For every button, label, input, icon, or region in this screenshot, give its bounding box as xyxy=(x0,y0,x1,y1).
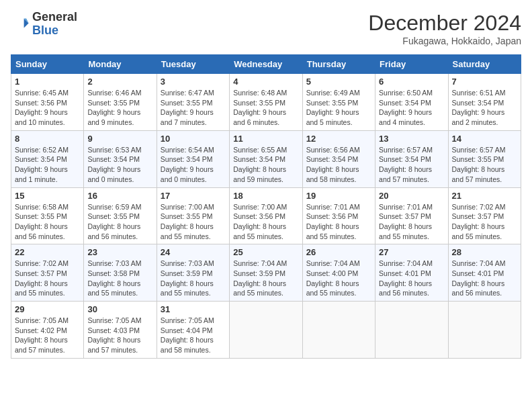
day-number: 23 xyxy=(87,247,152,257)
day-info: Sunrise: 6:50 AM Sunset: 3:54 PM Dayligh… xyxy=(379,88,444,128)
day-info: Sunrise: 6:46 AM Sunset: 3:55 PM Dayligh… xyxy=(87,88,152,128)
calendar-cell xyxy=(302,302,375,359)
calendar-cell: 15Sunrise: 6:58 AM Sunset: 3:55 PM Dayli… xyxy=(11,187,84,244)
calendar-cell: 31Sunrise: 7:05 AM Sunset: 4:04 PM Dayli… xyxy=(157,302,229,359)
day-number: 27 xyxy=(379,247,444,257)
calendar-week-row: 1Sunrise: 6:45 AM Sunset: 3:56 PM Daylig… xyxy=(11,74,521,131)
logo-icon xyxy=(11,15,30,34)
calendar-week-row: 29Sunrise: 7:05 AM Sunset: 4:02 PM Dayli… xyxy=(11,302,521,359)
logo-text: General Blue xyxy=(32,11,77,38)
calendar-cell: 5Sunrise: 6:49 AM Sunset: 3:55 PM Daylig… xyxy=(302,74,375,131)
day-info: Sunrise: 6:54 AM Sunset: 3:54 PM Dayligh… xyxy=(161,145,226,185)
day-info: Sunrise: 6:57 AM Sunset: 3:55 PM Dayligh… xyxy=(452,145,517,185)
calendar-cell: 10Sunrise: 6:54 AM Sunset: 3:54 PM Dayli… xyxy=(157,130,229,187)
day-number: 31 xyxy=(161,304,226,314)
calendar-cell: 21Sunrise: 7:02 AM Sunset: 3:57 PM Dayli… xyxy=(448,187,521,244)
day-number: 22 xyxy=(15,247,80,257)
day-number: 28 xyxy=(452,247,517,257)
day-number: 11 xyxy=(233,134,298,144)
calendar-cell: 30Sunrise: 7:05 AM Sunset: 4:03 PM Dayli… xyxy=(84,302,157,359)
calendar-cell: 4Sunrise: 6:48 AM Sunset: 3:55 PM Daylig… xyxy=(230,74,302,131)
weekday-header: Monday xyxy=(84,55,157,74)
calendar-cell xyxy=(230,302,302,359)
location-subtitle: Fukagawa, Hokkaido, Japan xyxy=(368,36,521,46)
calendar-cell: 29Sunrise: 7:05 AM Sunset: 4:02 PM Dayli… xyxy=(11,302,84,359)
calendar-week-row: 8Sunrise: 6:52 AM Sunset: 3:54 PM Daylig… xyxy=(11,130,521,187)
day-info: Sunrise: 7:05 AM Sunset: 4:03 PM Dayligh… xyxy=(87,316,152,355)
day-info: Sunrise: 6:55 AM Sunset: 3:54 PM Dayligh… xyxy=(233,145,298,185)
day-number: 16 xyxy=(87,191,152,201)
day-info: Sunrise: 6:51 AM Sunset: 3:54 PM Dayligh… xyxy=(452,88,517,128)
day-number: 2 xyxy=(87,77,152,87)
day-number: 30 xyxy=(87,304,152,314)
weekday-header: Wednesday xyxy=(230,55,302,74)
calendar-cell: 6Sunrise: 6:50 AM Sunset: 3:54 PM Daylig… xyxy=(375,74,448,131)
calendar-cell: 3Sunrise: 6:47 AM Sunset: 3:55 PM Daylig… xyxy=(157,74,229,131)
day-info: Sunrise: 7:00 AM Sunset: 3:56 PM Dayligh… xyxy=(233,202,298,242)
weekday-header: Tuesday xyxy=(157,55,229,74)
day-info: Sunrise: 6:53 AM Sunset: 3:54 PM Dayligh… xyxy=(87,145,152,185)
day-number: 25 xyxy=(233,247,298,257)
day-number: 20 xyxy=(379,191,444,201)
day-number: 14 xyxy=(452,134,517,144)
calendar-cell: 24Sunrise: 7:03 AM Sunset: 3:59 PM Dayli… xyxy=(157,244,229,302)
day-info: Sunrise: 7:02 AM Sunset: 3:57 PM Dayligh… xyxy=(452,202,517,242)
day-number: 29 xyxy=(15,304,80,314)
day-number: 4 xyxy=(233,77,298,87)
day-number: 26 xyxy=(306,247,371,257)
calendar-cell: 9Sunrise: 6:53 AM Sunset: 3:54 PM Daylig… xyxy=(84,130,157,187)
page-header: General Blue December 2024 Fukagawa, Hok… xyxy=(11,11,521,46)
calendar-cell: 16Sunrise: 6:59 AM Sunset: 3:55 PM Dayli… xyxy=(84,187,157,244)
day-number: 6 xyxy=(379,77,444,87)
calendar-week-row: 22Sunrise: 7:02 AM Sunset: 3:57 PM Dayli… xyxy=(11,244,521,302)
day-info: Sunrise: 6:56 AM Sunset: 3:54 PM Dayligh… xyxy=(306,145,371,185)
day-number: 21 xyxy=(452,191,517,201)
day-number: 12 xyxy=(306,134,371,144)
day-number: 19 xyxy=(306,191,371,201)
weekday-header: Friday xyxy=(375,55,448,74)
calendar-cell: 11Sunrise: 6:55 AM Sunset: 3:54 PM Dayli… xyxy=(230,130,302,187)
calendar-cell: 13Sunrise: 6:57 AM Sunset: 3:54 PM Dayli… xyxy=(375,130,448,187)
day-info: Sunrise: 7:04 AM Sunset: 3:59 PM Dayligh… xyxy=(233,259,298,298)
day-info: Sunrise: 7:03 AM Sunset: 3:58 PM Dayligh… xyxy=(87,259,152,298)
calendar-cell xyxy=(375,302,448,359)
day-number: 24 xyxy=(161,247,226,257)
calendar-cell: 20Sunrise: 7:01 AM Sunset: 3:57 PM Dayli… xyxy=(375,187,448,244)
day-number: 15 xyxy=(15,191,80,201)
calendar-cell: 23Sunrise: 7:03 AM Sunset: 3:58 PM Dayli… xyxy=(84,244,157,302)
weekday-header: Sunday xyxy=(11,55,84,74)
day-info: Sunrise: 7:05 AM Sunset: 4:04 PM Dayligh… xyxy=(161,316,226,355)
day-number: 7 xyxy=(452,77,517,87)
title-block: December 2024 Fukagawa, Hokkaido, Japan xyxy=(368,11,521,46)
day-number: 18 xyxy=(233,191,298,201)
logo: General Blue xyxy=(11,11,77,38)
calendar-cell: 22Sunrise: 7:02 AM Sunset: 3:57 PM Dayli… xyxy=(11,244,84,302)
day-number: 9 xyxy=(87,134,152,144)
calendar-cell: 14Sunrise: 6:57 AM Sunset: 3:55 PM Dayli… xyxy=(448,130,521,187)
day-info: Sunrise: 6:52 AM Sunset: 3:54 PM Dayligh… xyxy=(15,145,80,185)
calendar-table: SundayMondayTuesdayWednesdayThursdayFrid… xyxy=(11,54,521,359)
calendar-cell: 2Sunrise: 6:46 AM Sunset: 3:55 PM Daylig… xyxy=(84,74,157,131)
day-info: Sunrise: 6:47 AM Sunset: 3:55 PM Dayligh… xyxy=(161,88,226,128)
calendar-cell xyxy=(448,302,521,359)
calendar-cell: 17Sunrise: 7:00 AM Sunset: 3:55 PM Dayli… xyxy=(157,187,229,244)
day-info: Sunrise: 7:01 AM Sunset: 3:56 PM Dayligh… xyxy=(306,202,371,242)
day-info: Sunrise: 7:04 AM Sunset: 4:00 PM Dayligh… xyxy=(306,259,371,298)
day-info: Sunrise: 6:48 AM Sunset: 3:55 PM Dayligh… xyxy=(233,88,298,128)
calendar-cell: 7Sunrise: 6:51 AM Sunset: 3:54 PM Daylig… xyxy=(448,74,521,131)
day-info: Sunrise: 7:03 AM Sunset: 3:59 PM Dayligh… xyxy=(161,259,226,298)
day-number: 3 xyxy=(161,77,226,87)
calendar-cell: 28Sunrise: 7:04 AM Sunset: 4:01 PM Dayli… xyxy=(448,244,521,302)
day-number: 13 xyxy=(379,134,444,144)
calendar-cell: 27Sunrise: 7:04 AM Sunset: 4:01 PM Dayli… xyxy=(375,244,448,302)
weekday-header: Saturday xyxy=(448,55,521,74)
day-info: Sunrise: 6:57 AM Sunset: 3:54 PM Dayligh… xyxy=(379,145,444,185)
day-info: Sunrise: 6:45 AM Sunset: 3:56 PM Dayligh… xyxy=(15,88,80,128)
day-number: 8 xyxy=(15,134,80,144)
day-info: Sunrise: 7:02 AM Sunset: 3:57 PM Dayligh… xyxy=(15,259,80,298)
day-number: 1 xyxy=(15,77,80,87)
calendar-cell: 18Sunrise: 7:00 AM Sunset: 3:56 PM Dayli… xyxy=(230,187,302,244)
day-info: Sunrise: 7:04 AM Sunset: 4:01 PM Dayligh… xyxy=(379,259,444,298)
day-info: Sunrise: 6:59 AM Sunset: 3:55 PM Dayligh… xyxy=(87,202,152,242)
calendar-cell: 25Sunrise: 7:04 AM Sunset: 3:59 PM Dayli… xyxy=(230,244,302,302)
